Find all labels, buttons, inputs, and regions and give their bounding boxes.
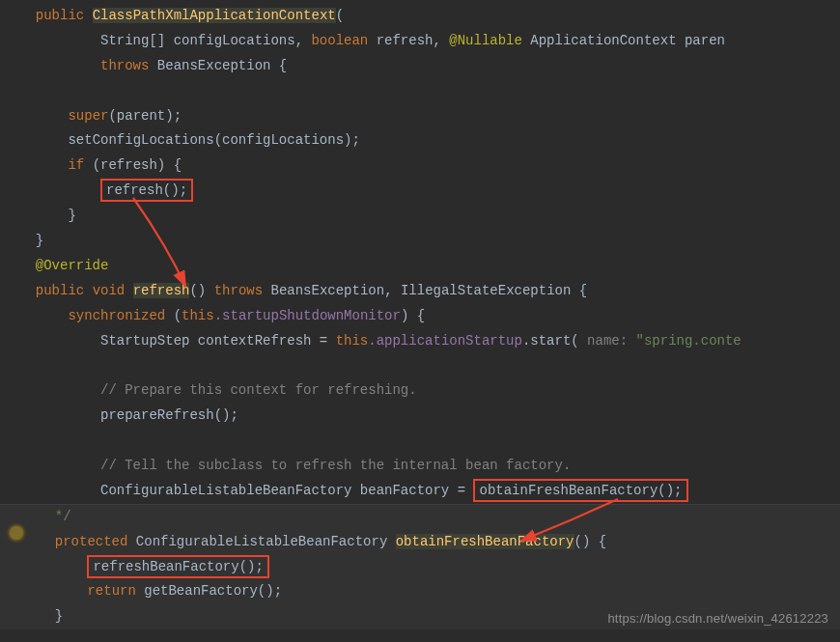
code-section-1: public ClassPathXmlApplicationContext( S… [0, 4, 840, 254]
keyword: synchronized [68, 308, 165, 323]
highlight-box-refresh-bean-factory: refreshBeanFactory(); [87, 555, 268, 578]
keyword: throws [214, 283, 263, 298]
code-line: // Prepare this context for refreshing. [0, 378, 840, 404]
code-line: if (refresh) { [0, 154, 840, 179]
keyword: void [93, 283, 126, 298]
keyword: super [68, 108, 108, 124]
keyword: return [87, 583, 135, 599]
code: () [189, 283, 213, 298]
code-line: StartupStep contextRefresh = this.applic… [0, 329, 840, 354]
code: (parent); [108, 108, 182, 124]
code-line: synchronized (this.startupShutdownMonito… [0, 304, 840, 329]
this-keyword: this [336, 333, 369, 349]
code-line: protected ConfigurableListableBeanFactor… [19, 530, 840, 555]
keyword: throws [100, 58, 149, 73]
code-line: ConfigurableListableBeanFactory beanFact… [0, 479, 840, 504]
code-line: */ [19, 505, 840, 530]
keyword: if [68, 157, 84, 173]
code-line: prepareRefresh(); [0, 404, 840, 429]
field: .startupShutdownMonitor [214, 308, 401, 323]
method-call: obtainFreshBeanFactory(); [479, 483, 682, 498]
code-line: public ClassPathXmlApplicationContext( [0, 4, 840, 29]
this-keyword: this [182, 308, 214, 323]
exception: BeansException { [149, 58, 287, 73]
code: ConfigurableListableBeanFactory beanFact… [100, 483, 473, 498]
keyword: boolean [311, 33, 368, 48]
param-hint: name: [579, 333, 636, 349]
annotation: @Nullable [449, 33, 522, 48]
method-name: refresh [133, 283, 190, 298]
annotation: @Override [36, 258, 109, 273]
code-line [0, 353, 840, 378]
code-line: setConfigLocations(configLocations); [0, 128, 840, 154]
code-line: super(parent); [0, 104, 840, 129]
method-call: refreshBeanFactory(); [93, 559, 263, 574]
code-line: refresh(); [0, 179, 840, 204]
code: prepareRefresh(); [100, 407, 238, 423]
punct: ( [336, 8, 344, 23]
method-name: obtainFreshBeanFactory [396, 534, 574, 549]
code-line [0, 79, 840, 104]
brace: } [68, 208, 75, 223]
comment: // Tell the subclass to refresh the inte… [100, 458, 571, 473]
code-line [0, 429, 840, 454]
code-line: return getBeanFactory(); [19, 579, 840, 604]
code: () { [574, 534, 607, 549]
code-editor[interactable]: public ClassPathXmlApplicationContext( S… [0, 0, 840, 629]
code: ) { [401, 308, 425, 323]
code: setConfigLocations(configLocations); [68, 132, 359, 148]
param: refresh, [368, 33, 449, 48]
highlight-box-obtain-fresh: obtainFreshBeanFactory(); [473, 479, 687, 502]
type: ConfigurableListableBeanFactory [127, 534, 395, 549]
code-section-2: @Override public void refresh() throws B… [0, 254, 840, 504]
comment: // Prepare this context for refreshing. [100, 382, 417, 398]
brace: } [55, 608, 63, 624]
code-line: @Override [0, 254, 840, 279]
code-line: throws BeansException { [0, 54, 840, 79]
code: .start( [522, 333, 579, 349]
code-line: public void refresh() throws BeansExcept… [0, 279, 840, 304]
highlight-box-refresh-call: refresh(); [100, 179, 193, 202]
code: BeansException, IllegalStateException { [263, 283, 587, 298]
keyword: public [36, 283, 84, 298]
code: (refresh) { [84, 157, 182, 173]
param: ApplicationContext paren [522, 33, 725, 48]
code-line: // Tell the subclass to refresh the inte… [0, 454, 840, 479]
code-line: } [0, 229, 840, 254]
code-line: refreshBeanFactory(); [19, 555, 840, 580]
brace: } [36, 233, 43, 248]
method-name: ClassPathXmlApplicationContext [93, 8, 336, 23]
code: ( [165, 308, 182, 323]
param-list: String[] configLocations, [100, 33, 311, 48]
code: StartupStep contextRefresh = [100, 333, 336, 349]
field: .applicationStartup [368, 333, 522, 349]
string: "spring.conte [636, 333, 742, 349]
code-line: String[] configLocations, boolean refres… [0, 29, 840, 54]
keyword: protected [55, 534, 128, 549]
watermark-text: https://blog.csdn.net/weixin_42612223 [607, 607, 828, 630]
code-line: } [0, 204, 840, 229]
code: getBeanFactory(); [136, 583, 282, 599]
method-call: refresh(); [106, 182, 187, 198]
keyword: public [36, 8, 84, 23]
